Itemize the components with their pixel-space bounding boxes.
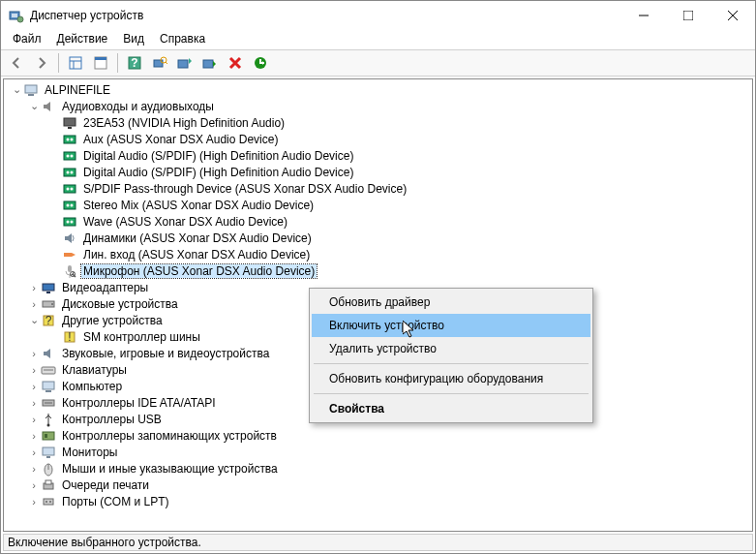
help-button[interactable]: ?: [123, 51, 146, 75]
close-button[interactable]: [711, 1, 755, 30]
expand-icon[interactable]: ›: [27, 297, 41, 311]
svg-rect-18: [203, 60, 213, 68]
tree-category-audio[interactable]: ⌄ Аудиовходы и аудиовыходы: [6, 98, 752, 114]
minimize-button[interactable]: [621, 1, 666, 30]
soundcard-icon: [62, 181, 77, 197]
properties-button[interactable]: [89, 51, 112, 75]
ctx-enable-device[interactable]: Включить устройство: [312, 314, 590, 337]
menu-file[interactable]: Файл: [5, 30, 49, 47]
keyboard-icon: [41, 362, 56, 378]
ctx-update-driver[interactable]: Обновить драйвер: [312, 291, 590, 314]
menu-action[interactable]: Действие: [49, 30, 116, 47]
expand-icon[interactable]: ›: [27, 446, 41, 459]
svg-point-37: [67, 203, 70, 206]
svg-rect-69: [44, 499, 53, 505]
tree-label: Контроллеры IDE ATA/ATAPI: [60, 396, 218, 410]
expand-icon[interactable]: ›: [27, 380, 41, 393]
tree-category[interactable]: ›Мониторы: [6, 444, 752, 460]
ctx-delete-device[interactable]: Удалить устройство: [312, 337, 590, 360]
tree-item[interactable]: Wave (ASUS Xonar DSX Audio Device): [6, 213, 752, 230]
tree-category[interactable]: ›Порты (COM и LPT): [6, 493, 752, 509]
maximize-button[interactable]: [666, 1, 711, 30]
tree-item[interactable]: Stereo Mix (ASUS Xonar DSX Audio Device): [6, 197, 752, 213]
status-bar: Включение выбранного устройства.: [3, 534, 753, 551]
svg-rect-47: [46, 292, 50, 293]
update-driver-button[interactable]: [173, 51, 197, 75]
tree-label: Дисковые устройства: [60, 297, 180, 311]
svg-point-31: [67, 170, 70, 173]
tree-item[interactable]: Лин. вход (ASUS Xonar DSX Audio Device): [6, 246, 752, 262]
expand-icon[interactable]: ›: [27, 363, 41, 377]
expand-icon[interactable]: ›: [27, 462, 41, 476]
menu-view[interactable]: Вид: [115, 30, 152, 47]
tree-label: Digital Audio (S/PDIF) (High Definition …: [81, 149, 355, 163]
toolbar-separator: [117, 53, 118, 73]
tree-label: Клавиатуры: [60, 363, 129, 377]
tree-label: Digital Audio (S/PDIF) (High Definition …: [81, 166, 355, 179]
tree-label: Stereo Mix (ASUS Xonar DSX Audio Device): [81, 199, 316, 212]
collapse-icon[interactable]: ⌄: [27, 100, 41, 113]
tree-item[interactable]: Динамики (ASUS Xonar DSX Audio Device): [6, 230, 752, 246]
soundcard-icon: [62, 148, 77, 164]
svg-point-40: [67, 220, 70, 223]
svg-rect-7: [70, 57, 81, 69]
collapse-icon[interactable]: ⌄: [10, 83, 23, 97]
expand-icon[interactable]: ›: [27, 347, 41, 360]
tree-label: 23EA53 (NVIDIA High Definition Audio): [81, 116, 287, 130]
svg-line-16: [166, 62, 167, 64]
svg-point-26: [71, 138, 74, 140]
svg-rect-42: [64, 253, 72, 257]
svg-rect-56: [43, 382, 54, 389]
ctx-properties[interactable]: Свойства: [312, 397, 590, 420]
menubar: Файл Действие Вид Справка: [1, 30, 755, 49]
expand-icon[interactable]: ›: [27, 396, 41, 410]
svg-rect-39: [64, 218, 76, 226]
enable-device-button[interactable]: [198, 51, 222, 75]
tree-category[interactable]: ›Мыши и иные указывающие устройства: [6, 460, 752, 477]
linein-icon: [62, 247, 77, 262]
tree-label: Мыши и иные указывающие устройства: [60, 462, 280, 476]
disk-icon: [41, 296, 56, 312]
tree-root[interactable]: ⌄ ALPINEFILE: [6, 81, 752, 98]
svg-text:?: ?: [45, 314, 52, 327]
tree-item[interactable]: S/PDIF Pass-through Device (ASUS Xonar D…: [6, 180, 752, 197]
uninstall-button[interactable]: [224, 51, 247, 75]
svg-point-2: [17, 16, 23, 22]
svg-rect-4: [683, 11, 693, 20]
soundcard-icon: [62, 214, 77, 230]
collapse-icon[interactable]: ⌄: [27, 314, 41, 327]
show-hide-tree-button[interactable]: [64, 51, 87, 75]
svg-rect-36: [64, 201, 76, 209]
expand-icon[interactable]: ›: [27, 281, 41, 294]
tree-item[interactable]: Digital Audio (S/PDIF) (High Definition …: [6, 147, 752, 164]
svg-rect-11: [95, 57, 106, 60]
add-hardware-button[interactable]: [249, 51, 272, 75]
sound-icon: [41, 346, 56, 361]
back-button[interactable]: [5, 51, 28, 75]
tree-item-selected[interactable]: Микрофон (ASUS Xonar DSX Audio Device): [6, 262, 752, 279]
expand-icon[interactable]: ›: [27, 495, 41, 508]
tree-item[interactable]: 23EA53 (NVIDIA High Definition Audio): [6, 114, 752, 131]
menu-help[interactable]: Справка: [152, 30, 213, 47]
svg-point-32: [71, 170, 74, 173]
tree-category[interactable]: ›Очереди печати: [6, 477, 752, 493]
svg-point-60: [47, 423, 50, 426]
svg-rect-22: [64, 118, 76, 126]
tree-label: Аудиовходы и аудиовыходы: [60, 100, 216, 113]
unknown-device-warning-icon: !: [62, 329, 77, 345]
tree-label: Порты (COM и LPT): [60, 495, 171, 508]
expand-icon[interactable]: ›: [27, 413, 41, 426]
tree-category[interactable]: ›Контроллеры запоминающих устройств: [6, 427, 752, 444]
tree-item[interactable]: Aux (ASUS Xonar DSX Audio Device): [6, 131, 752, 147]
svg-point-28: [67, 154, 70, 157]
expand-icon[interactable]: ›: [27, 478, 41, 492]
context-menu: Обновить драйвер Включить устройство Уда…: [309, 288, 593, 423]
tree-label: Компьютер: [60, 380, 124, 393]
svg-point-38: [71, 203, 74, 206]
tree-item[interactable]: Digital Audio (S/PDIF) (High Definition …: [6, 164, 752, 180]
monitor-icon: [41, 445, 56, 460]
expand-icon[interactable]: ›: [27, 429, 41, 443]
scan-hardware-button[interactable]: [148, 51, 171, 75]
ctx-scan-hardware[interactable]: Обновить конфигурацию оборудования: [312, 367, 590, 390]
forward-button[interactable]: [30, 51, 53, 75]
